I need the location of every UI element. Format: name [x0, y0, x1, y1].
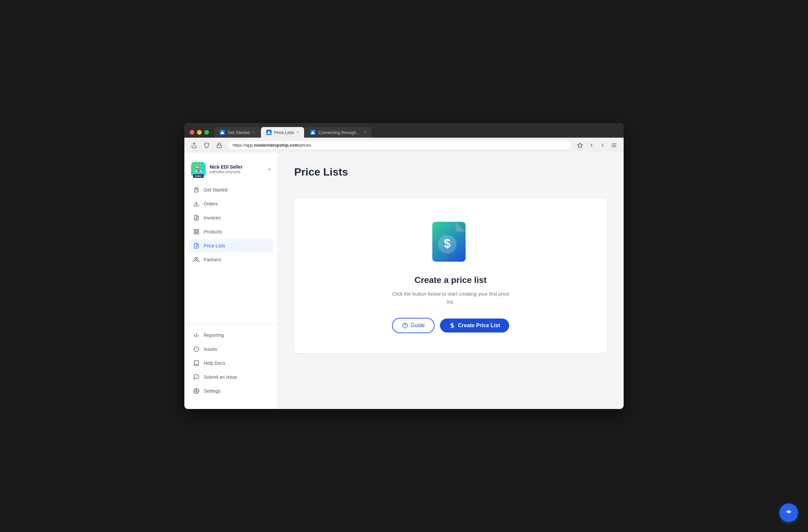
price-list-icon: [193, 242, 200, 249]
sidebar-label-invoices: Invoices: [204, 215, 221, 221]
sidebar-item-price-lists[interactable]: Price Lists: [188, 239, 273, 252]
main-nav: Get Started Orders: [184, 183, 277, 320]
store-icon: 🏪: [194, 165, 203, 173]
svg-point-24: [194, 335, 195, 336]
empty-state-title: Create a price list: [415, 275, 487, 285]
sidebar-item-orders[interactable]: Orders: [188, 197, 273, 210]
user-name: Nick EDI Seller: [210, 164, 264, 170]
tab-favicon-get-started: [220, 130, 225, 135]
browser-window: Get Started × Price Lists ×: [184, 123, 624, 409]
svg-marker-7: [578, 142, 583, 147]
download-icon: [193, 201, 200, 207]
traffic-light-green[interactable]: [204, 130, 209, 135]
back-button[interactable]: [598, 141, 607, 150]
traffic-light-red[interactable]: [190, 130, 194, 135]
sidebar-item-partners[interactable]: Partners: [188, 253, 273, 266]
sidebar-label-price-lists: Price Lists: [204, 243, 225, 248]
svg-rect-14: [194, 229, 196, 231]
tab-connecting-title: Connecting through Seller EDI f: [318, 130, 361, 135]
empty-state-card: $ Create a price list Click the button b…: [294, 198, 607, 353]
app-content: 🏪 Seller Nick EDI Seller ediseller.examp…: [184, 153, 624, 409]
svg-rect-17: [194, 232, 196, 234]
seller-badge: Seller: [193, 174, 204, 178]
toolbar-actions: [576, 141, 618, 150]
tab-favicon-connecting: [310, 130, 315, 135]
sidebar-item-settings[interactable]: Settings: [188, 384, 273, 398]
svg-text:$: $: [444, 237, 451, 250]
user-info: Nick EDI Seller ediseller.example: [210, 164, 264, 174]
alert-circle-icon: [193, 346, 200, 353]
browser-chrome: Get Started × Price Lists ×: [184, 123, 624, 153]
forward-button[interactable]: [587, 141, 596, 150]
bottom-nav: Reporting Issues: [184, 324, 277, 402]
file-text-icon: [193, 214, 200, 221]
page-divider: [294, 188, 607, 189]
tab-connecting-close[interactable]: ×: [364, 130, 366, 135]
sidebar-label-help-docs: Help Docs: [204, 360, 225, 366]
users-icon: [193, 256, 200, 263]
svg-point-20: [195, 258, 197, 259]
shield-button[interactable]: [202, 141, 211, 150]
svg-rect-6: [217, 145, 222, 148]
message-circle-icon: [193, 374, 200, 380]
grid-icon: [193, 228, 200, 235]
bookmark-button[interactable]: [576, 141, 584, 150]
price-list-document-icon: $: [429, 218, 472, 265]
help-circle-icon: [402, 323, 408, 328]
user-section[interactable]: 🏪 Seller Nick EDI Seller ediseller.examp…: [184, 159, 277, 183]
address-bar-url: https://app.moderndropship.com/prices: [233, 142, 311, 148]
sidebar-label-partners: Partners: [204, 257, 221, 262]
svg-rect-15: [197, 229, 199, 231]
bar-chart-icon: [193, 332, 200, 339]
chevron-down-icon: ▾: [268, 167, 271, 172]
guide-button[interactable]: Guide: [392, 318, 435, 333]
sidebar-label-reporting: Reporting: [204, 332, 224, 338]
menu-button[interactable]: [610, 141, 618, 150]
settings-icon: [193, 388, 200, 394]
share-button[interactable]: [190, 141, 198, 150]
svg-rect-16: [197, 232, 199, 234]
sidebar-label-issues: Issues: [204, 346, 217, 352]
sidebar-item-issues[interactable]: Issues: [188, 342, 273, 356]
user-email: ediseller.example: [210, 170, 264, 174]
svg-point-36: [787, 510, 790, 513]
sidebar-item-help-docs[interactable]: Help Docs: [188, 357, 273, 370]
browser-titlebar: Get Started × Price Lists ×: [184, 123, 624, 138]
sidebar-item-invoices[interactable]: Invoices: [188, 211, 273, 225]
guide-button-label: Guide: [411, 323, 425, 328]
chat-bubble-button[interactable]: [779, 504, 798, 522]
traffic-light-yellow[interactable]: [197, 130, 202, 135]
tab-connecting[interactable]: Connecting through Seller EDI f ×: [305, 127, 371, 138]
tab-price-lists-close[interactable]: ×: [296, 130, 299, 135]
create-price-list-button-label: Create Price List: [458, 323, 500, 328]
tab-get-started[interactable]: Get Started ×: [214, 127, 260, 138]
chat-icon: [784, 507, 793, 518]
create-price-list-button[interactable]: Create Price List: [440, 319, 509, 332]
sidebar-item-products[interactable]: Products: [188, 225, 273, 239]
tab-get-started-close[interactable]: ×: [252, 130, 255, 135]
traffic-lights: [190, 130, 209, 135]
svg-point-29: [196, 391, 197, 392]
svg-point-37: [786, 511, 787, 512]
sidebar-label-get-started: Get Started: [204, 187, 227, 192]
book-icon: [193, 360, 200, 366]
tab-favicon-price-lists: [266, 130, 272, 135]
sidebar-label-settings: Settings: [204, 388, 221, 394]
empty-state-actions: Guide Create Price List: [392, 318, 510, 333]
empty-state-subtitle: Click the button below to start creating…: [391, 290, 511, 306]
sidebar-label-submit-issue: Submit an Issue: [204, 374, 237, 380]
browser-toolbar: https://app.moderndropship.com/prices: [184, 138, 624, 153]
lock-button[interactable]: [215, 141, 224, 150]
address-bar[interactable]: https://app.moderndropship.com/prices: [227, 140, 572, 150]
svg-point-38: [790, 511, 791, 512]
sidebar-label-products: Products: [204, 229, 222, 234]
sidebar-item-get-started[interactable]: Get Started: [188, 183, 273, 196]
sidebar-item-submit-issue[interactable]: Submit an Issue: [188, 370, 273, 384]
tab-price-lists[interactable]: Price Lists ×: [261, 127, 305, 138]
sidebar-item-reporting[interactable]: Reporting: [188, 328, 273, 342]
tab-price-lists-title: Price Lists: [274, 130, 294, 135]
user-avatar: 🏪 Seller: [191, 162, 206, 176]
clipboard-icon: [193, 187, 200, 193]
tab-get-started-title: Get Started: [227, 130, 250, 135]
sidebar: 🏪 Seller Nick EDI Seller ediseller.examp…: [184, 153, 278, 409]
